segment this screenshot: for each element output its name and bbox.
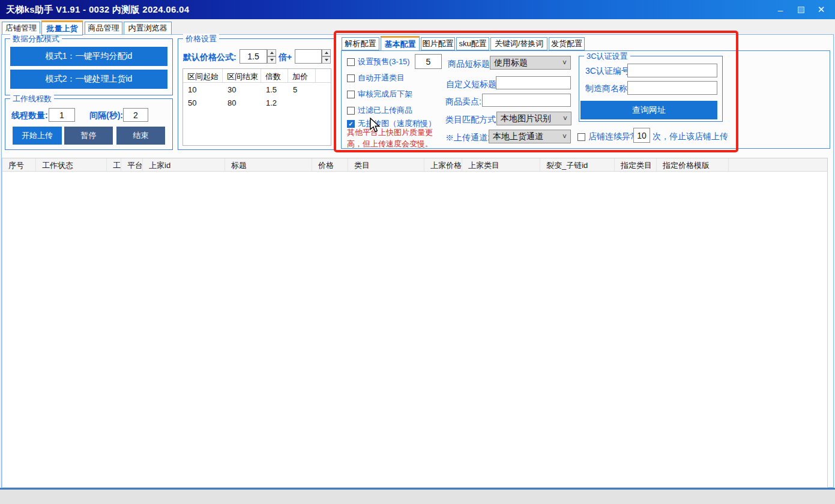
chevron-down-icon: ˅ [562,59,570,67]
lossless-warning-text: 其他平台上快图片质量更 高，但上传速度会变慢。 [347,127,433,149]
worker-group-title: 工作线程数 [10,94,54,104]
spin-down-icon[interactable] [267,56,276,64]
status-bar [0,490,835,504]
column-header-supplier-category[interactable]: 上家类目 [462,158,540,171]
presale-days-input[interactable] [415,54,442,69]
tab-shipping-config[interactable]: 发货配置 [549,37,585,50]
tab-keyword-replace-label: 关键词/替换词 [495,38,544,49]
column-header-work[interactable]: 工 [107,158,121,171]
data-mode-group: 数据分配模式 模式1：一键平均分配id 模式2：一键处理上货id [5,38,173,95]
column-header-supplier-price[interactable]: 上家价格 [424,158,462,171]
short-title-select[interactable]: 使用标题 ˅ [490,56,571,70]
price-range-grid[interactable]: 区间起始 区间结束 倍数 加价 10 30 1.5 5 50 80 1.2 [182,68,331,146]
tab-shop-management[interactable]: 店铺管理 [2,22,40,35]
checkbox-icon[interactable] [347,107,355,115]
checkbox-icon[interactable] [347,74,355,82]
upload-channel-label: ※上传通道: [445,133,490,143]
category-match-selected-value: 本地图片识别 [501,113,551,124]
abnormal-count-input[interactable] [633,128,650,143]
offshelf-label: 审核完成后下架 [358,89,412,100]
price-add-spinner[interactable] [322,49,331,64]
price-grid-row[interactable]: 50 80 1.2 [183,96,331,109]
cert-no-label: 3C认证编号: [585,66,632,77]
query-website-button[interactable]: 查询网址 [580,101,717,119]
mode2-process-upload-button[interactable]: 模式2：一键处理上货id [10,70,167,89]
column-header-platform[interactable]: 平台 [121,158,143,171]
title-bar: 天梯ks助手 V1.91 - 0032 内测版 2024.06.04 – ✕ [0,0,835,19]
auto-category-checkbox[interactable]: 自动开通类目 [347,73,405,83]
minimize-button[interactable]: – [770,0,791,19]
checkbox-icon[interactable] [347,91,355,98]
start-upload-button[interactable]: 开始上传 [13,127,62,145]
col-addition[interactable]: 加价 [288,69,316,82]
custom-short-title-label: 自定义短标题: [446,79,499,90]
start-upload-label: 开始上传 [22,130,53,141]
mode2-button-label: 模式2：一键处理上货id [46,74,133,85]
formula-multiplier-input[interactable] [240,49,267,64]
interval-input[interactable] [123,108,148,122]
close-button[interactable]: ✕ [811,0,831,19]
tab-basic-config-label: 基本配置 [385,39,416,50]
tab-keyword-replace[interactable]: 关键词/替换词 [490,37,547,50]
cert-no-input[interactable] [627,64,717,77]
tab-image-config[interactable]: 图片配置 [421,37,455,50]
col-range-start[interactable]: 区间起始 [183,69,223,82]
thread-count-input[interactable] [49,108,75,122]
col-multiple[interactable]: 倍数 [261,69,288,82]
default-formula-label: 默认价格公式: [183,52,237,63]
maker-name-input[interactable] [627,81,717,95]
tab-basic-config[interactable]: 基本配置 [381,36,420,51]
price-grid-header: 区间起始 区间结束 倍数 加价 [183,69,331,83]
spin-down-icon[interactable] [322,56,331,64]
checkbox-icon[interactable] [577,133,585,141]
upload-channel-selected-value: 本地上货通道 [493,131,543,142]
spin-up-icon[interactable] [322,49,331,56]
tab-builtin-browser-label: 内置浏览器 [128,23,167,34]
tab-parse-config[interactable]: 解析配置 [342,37,379,50]
category-match-select[interactable]: 本地图片识别 ˅ [496,112,571,125]
upload-channel-select[interactable]: 本地上货通道 ˅ [489,130,571,143]
selling-point-input[interactable] [482,94,571,107]
tab-batch-upload-label: 批量上货 [47,23,78,34]
thread-count-label: 线程数量: [11,110,48,121]
pause-button[interactable]: 暂停 [64,127,113,145]
maximize-icon [798,7,804,13]
column-header-price[interactable]: 价格 [312,158,348,171]
column-header-category[interactable]: 类目 [348,158,424,171]
upload-table-body[interactable] [2,172,827,487]
stop-button[interactable]: 结束 [116,127,165,145]
tab-builtin-browser[interactable]: 内置浏览器 [124,22,172,35]
column-header-index[interactable]: 序号 [2,158,36,171]
cell-range-end: 30 [223,83,261,96]
price-grid-row[interactable]: 10 30 1.5 5 [183,83,331,96]
main-tab-bar: 店铺管理 批量上货 商品管理 内置浏览器 [0,19,835,35]
custom-short-title-input[interactable] [496,76,571,89]
maximize-button[interactable] [791,0,811,19]
filter-uploaded-checkbox[interactable]: 过滤已上传商品 [347,105,412,116]
formula-multiplier-spinner[interactable] [267,49,276,64]
tab-sku-config-label: sku配置 [459,38,486,49]
shop-abnormal-checkbox[interactable]: 店铺连续异常 [577,131,639,142]
col-range-end[interactable]: 区间结束 [223,69,261,82]
tab-product-management-label: 商品管理 [88,23,119,34]
tab-product-management[interactable]: 商品管理 [85,22,122,35]
column-header-fission-sublink-id[interactable]: 裂变_子链id [540,158,615,171]
pause-label: 暂停 [81,130,97,141]
shop-abnormal-prefix: 店铺连续异常 [588,131,639,142]
column-header-assigned-category[interactable]: 指定类目 [615,158,657,171]
spin-up-icon[interactable] [267,49,276,56]
checkbox-icon[interactable] [347,58,355,66]
tab-batch-upload[interactable]: 批量上货 [41,20,83,35]
column-header-title[interactable]: 标题 [225,158,312,171]
price-add-input[interactable] [295,49,322,64]
offshelf-after-review-checkbox[interactable]: 审核完成后下架 [347,89,412,100]
tab-sku-config[interactable]: sku配置 [456,37,489,50]
column-header-supplier-id[interactable]: 上家id [143,158,225,171]
selling-point-label: 商品卖点: [445,97,481,107]
mode1-average-assign-button[interactable]: 模式1：一键平均分配id [10,47,167,66]
column-header-work-status[interactable]: 工作状态 [36,158,107,171]
filter-uploaded-label: 过滤已上传商品 [358,105,412,116]
presale-checkbox[interactable]: 设置预售(3-15) [347,56,410,67]
column-header-assigned-price-template[interactable]: 指定价格模版 [657,158,729,171]
cell-range-start: 10 [183,83,223,96]
